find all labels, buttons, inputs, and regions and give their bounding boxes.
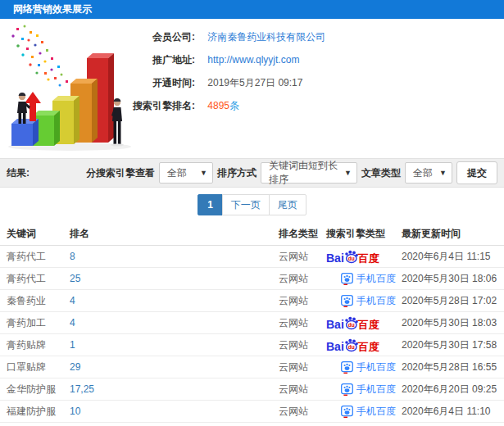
engine-cell: Bai du 百度 手机百度 xyxy=(326,405,402,419)
confetti-dots xyxy=(11,25,68,87)
sort-filter-label: 排序方式 xyxy=(217,166,257,180)
chevron-down-icon: ▼ xyxy=(439,169,447,177)
results-table: 关键词 排名 排名类型 搜索引擎类型 最新更新时间 膏药代工 8 云网站 Bai… xyxy=(0,223,504,426)
updated-time-cell: 2020年5月30日 18:03 xyxy=(402,316,504,330)
engine-cell: Bai du 百度 手机百度 xyxy=(326,316,402,330)
updated-time-cell: 2020年6月4日 11:15 xyxy=(402,250,504,264)
table-body: 膏药代工 8 云网站 Bai du 百度 手机百度 xyxy=(0,246,504,426)
rank-type-cell: 云网站 xyxy=(279,360,326,374)
rank-type-cell: 云网站 xyxy=(279,405,326,419)
rank-link[interactable]: 10 xyxy=(70,406,80,417)
info-row-company: 会员公司: 济南秦鲁药业科技有限公司 xyxy=(97,25,325,48)
baidu-pc-logo: Bai du 百度 xyxy=(326,250,379,264)
company-link[interactable]: 济南秦鲁药业科技有限公司 xyxy=(207,31,325,43)
table-row: 金华防护服 17,25 云网站 Bai du 百度 手机百度 xyxy=(0,378,504,401)
engine-cell: Bai du 百度 手机百度 xyxy=(326,272,402,286)
table-row: 膏药代工 8 云网站 Bai du 百度 手机百度 xyxy=(0,246,504,268)
table-row: Bai du 百度 手机百度 xyxy=(0,423,504,426)
mobile-baidu-icon xyxy=(341,295,353,307)
engine-filter-value: 全部 xyxy=(167,166,187,180)
rank-count-value: 4895 xyxy=(207,100,229,111)
rank-link[interactable]: 29 xyxy=(70,361,80,373)
col-keyword: 关键词 xyxy=(7,227,70,241)
filter-bar: 结果: 分搜索引擎查看 全部 ▼ 排序方式 关键词由短到长排序 ▼ 文章类型 全… xyxy=(0,158,504,188)
updated-time-cell: 2020年5月30日 17:58 xyxy=(402,338,504,352)
baidu-mobile-logo: 手机百度 xyxy=(341,360,396,374)
rank-count-label: 搜索引擎排名: xyxy=(97,94,195,117)
engine-filter-select[interactable]: 全部 ▼ xyxy=(159,162,213,184)
rank-link[interactable]: 8 xyxy=(70,251,75,262)
table-row: 膏药加工 4 云网站 Bai du 百度 手机百度 xyxy=(0,312,504,334)
keyword-cell: 膏药加工 xyxy=(7,316,70,330)
table-header-row: 关键词 排名 排名类型 搜索引擎类型 最新更新时间 xyxy=(0,223,504,246)
article-type-label: 文章类型 xyxy=(361,166,401,180)
updated-time-cell: 2020年5月28日 17:02 xyxy=(402,294,504,308)
svg-text:du: du xyxy=(348,322,355,328)
rank-link[interactable]: 4 xyxy=(70,295,75,306)
mobile-baidu-icon xyxy=(341,361,353,374)
filter-controls: 分搜索引擎查看 全部 ▼ 排序方式 关键词由短到长排序 ▼ 文章类型 全部 ▼ … xyxy=(86,161,497,184)
mobile-baidu-icon xyxy=(341,406,353,418)
keyword-cell: 口罩贴牌 xyxy=(7,360,70,374)
keyword-cell: 膏药代工 xyxy=(7,272,70,286)
result-label: 结果: xyxy=(7,166,30,180)
info-row-url: 推广地址: http://www.qlyyjt.com xyxy=(97,48,325,71)
page-1-button[interactable]: 1 xyxy=(198,194,223,215)
engine-cell: Bai du 百度 手机百度 xyxy=(326,294,402,308)
baidu-mobile-logo: 手机百度 xyxy=(341,294,396,308)
baidu-pc-logo: Bai du 百度 xyxy=(326,338,379,352)
rank-type-cell: 云网站 xyxy=(279,250,326,264)
baidu-mobile-logo: 手机百度 xyxy=(341,272,396,286)
table-row: 口罩贴牌 29 云网站 Bai du 百度 手机百度 xyxy=(0,356,504,378)
info-row-open-time: 开通时间: 2019年5月27日 09:17 xyxy=(97,71,325,94)
rank-link[interactable]: 1 xyxy=(70,339,75,351)
baidu-pc-logo: Bai du 百度 xyxy=(326,316,379,330)
svg-text:du: du xyxy=(348,256,355,261)
col-updated: 最新更新时间 xyxy=(402,227,504,241)
engine-filter-label: 分搜索引擎查看 xyxy=(86,166,155,180)
baidu-paw-icon: du xyxy=(343,250,359,264)
open-time-label: 开通时间: xyxy=(97,71,195,94)
table-row: 膏药代工 25 云网站 Bai du 百度 手机百度 xyxy=(0,268,504,290)
rank-count-suffix: 条 xyxy=(229,100,239,111)
pagination: 1 下一页 尾页 xyxy=(0,194,504,215)
keyword-cell: 秦鲁药业 xyxy=(7,294,70,308)
engine-cell: Bai du 百度 手机百度 xyxy=(326,360,402,374)
table-row: 秦鲁药业 4 云网站 Bai du 百度 手机百度 xyxy=(0,290,504,312)
info-row-rank-count: 搜索引擎排名: 4895条 xyxy=(97,94,325,117)
summary-section: 会员公司: 济南秦鲁药业科技有限公司 推广地址: http://www.qlyy… xyxy=(0,19,504,156)
last-page-button[interactable]: 尾页 xyxy=(269,194,306,215)
table-row: 福建防护服 10 云网站 Bai du 百度 手机百度 xyxy=(0,401,504,423)
next-page-button[interactable]: 下一页 xyxy=(222,194,270,215)
updated-time-cell: 2020年5月28日 16:55 xyxy=(402,360,504,374)
svg-text:du: du xyxy=(348,344,355,350)
baidu-mobile-logo: 手机百度 xyxy=(341,405,396,419)
rank-type-cell: 云网站 xyxy=(279,383,326,397)
updated-time-cell: 2020年5月30日 18:06 xyxy=(402,272,504,286)
sort-filter-select[interactable]: 关键词由短到长排序 ▼ xyxy=(261,162,357,184)
updated-time-cell: 2020年6月20日 09:25 xyxy=(402,383,504,397)
promo-url-label: 推广地址: xyxy=(97,48,195,71)
mobile-baidu-icon xyxy=(341,383,353,396)
rank-type-cell: 云网站 xyxy=(279,294,326,308)
sort-filter-value: 关键词由短到长排序 xyxy=(269,159,338,187)
rank-type-cell: 云网站 xyxy=(279,272,326,286)
promo-url-link[interactable]: http://www.qlyyjt.com xyxy=(207,54,299,66)
rank-link[interactable]: 4 xyxy=(70,317,75,329)
keyword-cell: 膏药贴牌 xyxy=(7,338,70,352)
col-engine-type: 搜索引擎类型 xyxy=(326,227,402,241)
rank-link[interactable]: 25 xyxy=(70,273,80,284)
baidu-mobile-logo: 手机百度 xyxy=(341,383,396,397)
rank-type-cell: 云网站 xyxy=(279,338,326,352)
article-type-select[interactable]: 全部 ▼ xyxy=(405,162,452,184)
col-rank: 排名 xyxy=(70,227,279,241)
baidu-paw-icon: du xyxy=(343,338,359,352)
submit-button[interactable]: 提交 xyxy=(456,161,497,184)
updated-time-cell: 2020年6月4日 11:10 xyxy=(402,405,504,419)
keyword-cell: 福建防护服 xyxy=(7,405,70,419)
page-title: 网络营销效果展示 xyxy=(13,3,92,15)
engine-cell: Bai du 百度 手机百度 xyxy=(326,338,402,352)
rank-link[interactable]: 17,25 xyxy=(70,383,94,395)
open-time-value: 2019年5月27日 09:17 xyxy=(207,77,302,88)
keyword-cell: 膏药代工 xyxy=(7,250,70,264)
